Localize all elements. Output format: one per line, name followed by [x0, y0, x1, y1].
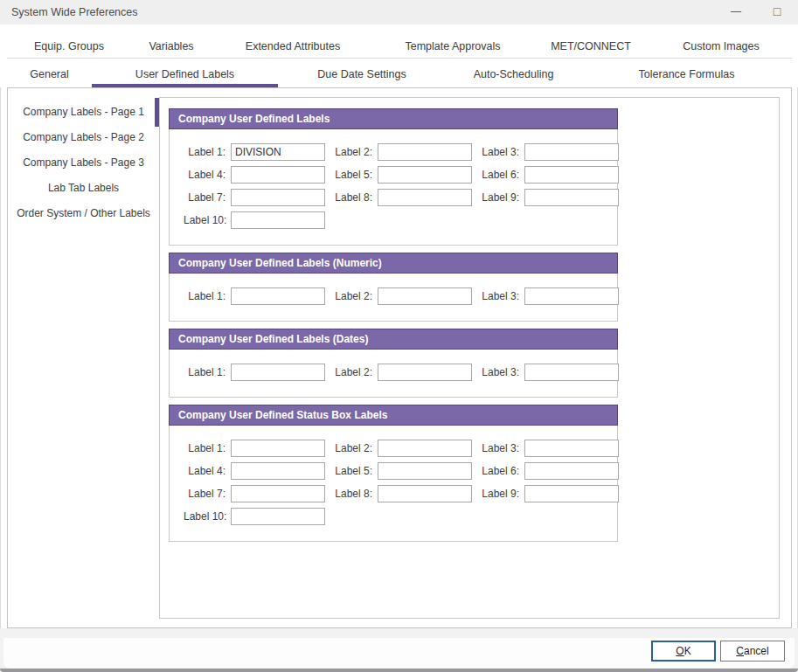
field-input-label-8[interactable] — [378, 189, 472, 206]
field-label-label-3: Label 3: — [477, 364, 519, 381]
tab-label: Custom Images — [683, 40, 760, 52]
tab-strip: Equip. GroupsVariablesExtended Attribute… — [0, 24, 798, 87]
field-input-label-3[interactable] — [524, 143, 619, 161]
group-fields: Label 1:Label 2:Label 3: — [170, 350, 617, 397]
field-label-label-7: Label 7: — [184, 485, 226, 502]
field-label-label-9: Label 9: — [477, 485, 519, 502]
field-input-label-6[interactable] — [524, 462, 619, 480]
field-input-label-1[interactable] — [231, 440, 325, 457]
field-label-label-4: Label 4: — [184, 462, 226, 480]
field-input-label-2[interactable] — [378, 143, 472, 161]
sidebar-item-order-system-other-labels[interactable]: Order System / Other Labels — [8, 201, 159, 226]
group-header: Company User Defined Labels (Dates) — [169, 329, 618, 350]
field-label-label-2: Label 2: — [330, 288, 372, 305]
tab-row-primary: Equip. GroupsVariablesExtended Attribute… — [7, 35, 792, 59]
cancel-button[interactable]: Cancel — [720, 641, 785, 662]
field-label-label-9: Label 9: — [477, 189, 519, 206]
group-fields: Label 1:Label 2:Label 3:Label 4:Label 5:… — [170, 426, 617, 541]
field-input-label-9[interactable] — [524, 189, 619, 206]
group-company-user-defined-labels: Company User Defined LabelsLabel 1:Label… — [169, 108, 618, 246]
field-input-label-3[interactable] — [524, 440, 619, 457]
field-input-label-1[interactable] — [231, 143, 325, 161]
tab-equip-groups[interactable]: Equip. Groups — [7, 35, 131, 58]
group-fields: Label 1:Label 2:Label 3:Label 4:Label 5:… — [170, 129, 617, 245]
field-label-label-1: Label 1: — [184, 288, 226, 305]
field-label-label-8: Label 8: — [330, 485, 372, 502]
tab-extended-attributes[interactable]: Extended Attributes — [212, 35, 374, 58]
maximize-icon: □ — [774, 4, 781, 18]
ok-label-rest: K — [684, 645, 691, 657]
field-input-label-4[interactable] — [231, 166, 325, 184]
tab-label: Variables — [149, 40, 193, 52]
field-input-label-6[interactable] — [524, 166, 619, 184]
field-label-label-10: Label 10: — [184, 508, 226, 525]
tab-user-defined-labels[interactable]: User Defined Labels — [92, 63, 278, 87]
tab-label: Equip. Groups — [34, 40, 104, 52]
tab-label: User Defined Labels — [135, 68, 234, 80]
field-input-label-5[interactable] — [378, 166, 472, 184]
field-input-label-9[interactable] — [524, 485, 619, 502]
field-input-label-4[interactable] — [231, 462, 325, 480]
cancel-label-mnemonic: C — [736, 645, 744, 657]
tab-due-date-settings[interactable]: Due Date Settings — [278, 63, 446, 87]
field-input-label-8[interactable] — [378, 485, 472, 502]
title-bar: System Wide Preferences — □ — [0, 0, 798, 24]
field-input-label-3[interactable] — [524, 288, 619, 305]
group-company-user-defined-labels-numeric: Company User Defined Labels (Numeric)Lab… — [169, 253, 618, 322]
tab-template-approvals[interactable]: Template Approvals — [374, 35, 531, 58]
tab-custom-images[interactable]: Custom Images — [650, 35, 792, 58]
field-label-label-6: Label 6: — [477, 166, 519, 184]
tab-variables[interactable]: Variables — [131, 35, 212, 58]
group-company-user-defined-status-box-labels: Company User Defined Status Box LabelsLa… — [169, 405, 618, 542]
sidebar-item-company-labels-page-1[interactable]: Company Labels - Page 1 — [8, 100, 159, 125]
tab-auto-scheduling[interactable]: Auto-Scheduling — [446, 63, 581, 87]
label-settings-panel: Company User Defined LabelsLabel 1:Label… — [159, 97, 780, 619]
field-input-label-2[interactable] — [378, 288, 472, 305]
label-pages-sidebar: Company Labels - Page 1Company Labels - … — [8, 88, 159, 226]
field-label-label-2: Label 2: — [330, 143, 372, 161]
field-label-label-5: Label 5: — [330, 462, 372, 480]
tab-general[interactable]: General — [7, 63, 92, 87]
field-input-label-1[interactable] — [231, 364, 325, 381]
field-label-label-2: Label 2: — [330, 440, 372, 457]
tab-label: General — [30, 68, 68, 80]
ok-label-mnemonic: O — [676, 645, 684, 657]
tab-met-connect[interactable]: MET/CONNECT — [531, 35, 650, 58]
ok-button[interactable]: OK — [651, 641, 716, 662]
field-label-label-1: Label 1: — [184, 143, 226, 161]
field-input-label-7[interactable] — [231, 485, 325, 502]
field-label-label-7: Label 7: — [184, 189, 226, 206]
sidebar-item-company-labels-page-2[interactable]: Company Labels - Page 2 — [8, 125, 159, 150]
group-header: Company User Defined Labels (Numeric) — [169, 253, 618, 274]
minimize-icon: — — [731, 5, 741, 17]
tab-label: Auto-Scheduling — [474, 68, 554, 80]
tab-label: Tolerance Formulas — [639, 68, 735, 80]
group-fields: Label 1:Label 2:Label 3: — [170, 274, 617, 321]
field-input-label-10[interactable] — [231, 211, 325, 229]
footer: OK Cancel — [0, 628, 798, 672]
field-input-label-3[interactable] — [524, 364, 619, 381]
field-input-label-1[interactable] — [231, 288, 325, 305]
sidebar-item-company-labels-page-3[interactable]: Company Labels - Page 3 — [8, 150, 159, 176]
minimize-button[interactable]: — — [721, 0, 751, 24]
group-header: Company User Defined Status Box Labels — [169, 405, 618, 426]
field-label-label-4: Label 4: — [184, 166, 226, 184]
sidebar-item-lab-tab-labels[interactable]: Lab Tab Labels — [8, 176, 159, 201]
field-label-label-5: Label 5: — [330, 166, 372, 184]
maximize-button[interactable]: □ — [762, 0, 792, 24]
field-label-label-6: Label 6: — [477, 462, 519, 480]
tab-tolerance-formulas[interactable]: Tolerance Formulas — [581, 63, 792, 87]
tab-content-area: Company Labels - Page 1Company Labels - … — [7, 87, 792, 628]
field-input-label-2[interactable] — [378, 440, 472, 457]
field-label-label-10: Label 10: — [184, 211, 226, 229]
field-input-label-7[interactable] — [231, 189, 325, 206]
field-input-label-10[interactable] — [231, 508, 325, 525]
field-input-label-5[interactable] — [378, 462, 472, 480]
field-label-label-3: Label 3: — [477, 143, 519, 161]
footer-button-bar: OK Cancel — [3, 638, 795, 669]
tab-label: Extended Attributes — [246, 40, 340, 52]
tab-label: Template Approvals — [405, 40, 500, 52]
field-label-label-2: Label 2: — [330, 364, 372, 381]
field-label-label-1: Label 1: — [184, 440, 226, 457]
field-input-label-2[interactable] — [378, 364, 472, 381]
